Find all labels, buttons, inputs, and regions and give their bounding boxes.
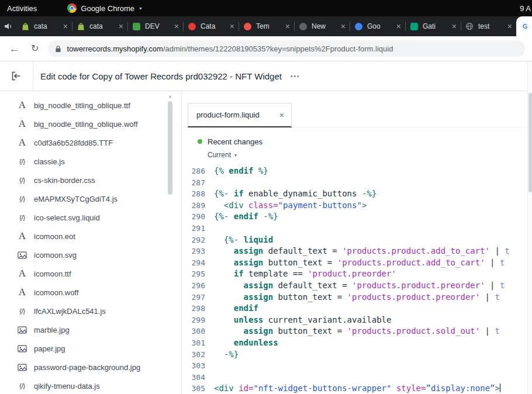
code-line[interactable]: 294 assign button_text = 'products.produ… (182, 257, 527, 269)
speaker-icon (0, 16, 16, 36)
more-actions-button[interactable]: ••• (291, 73, 300, 80)
browser-tab[interactable]: Goo× (350, 16, 405, 36)
back-button[interactable]: ← (9, 44, 19, 54)
file-item[interactable]: {/}eMAPMXSyTCgGdiT4.js (0, 189, 181, 208)
file-item[interactable]: {/}classie.js (0, 152, 181, 171)
page-title: Edit code for Copy of Tower Records prd0… (40, 71, 282, 81)
code-line[interactable]: 291 (182, 223, 527, 234)
tab-title: cata (89, 22, 117, 30)
browser-tab[interactable]: DEV× (127, 16, 183, 36)
tab-close-icon[interactable]: × (341, 22, 346, 30)
file-item[interactable]: password-page-background.jpg (0, 358, 181, 376)
code-line[interactable]: 300 assign button_text = 'products.produ… (182, 326, 527, 337)
code-line[interactable]: 288{%- if enable_dynamic_buttons -%} (182, 188, 527, 200)
file-item[interactable]: {/}cs-skin-border.css (0, 171, 181, 189)
file-item[interactable]: {/}ico-select.svg.liquid (0, 208, 181, 227)
browser-tab[interactable]: Tem× (239, 16, 294, 36)
exit-editor-button[interactable] (0, 61, 33, 91)
page-scrollbar-thumb[interactable] (528, 93, 532, 192)
file-item[interactable]: paper.jpg (0, 339, 181, 358)
file-item[interactable]: marble.jpg (0, 320, 181, 339)
line-number: 289 (182, 200, 205, 212)
globe-icon (465, 22, 474, 31)
code-line[interactable]: 305<div id="nft-widget-buttons-wrapper" … (182, 383, 527, 394)
line-number: 297 (182, 292, 205, 303)
code-line[interactable]: 295 if template == 'product.preorder' (182, 268, 527, 280)
code-line[interactable]: 293 assign default_text = 'products.prod… (182, 246, 527, 257)
browser-tab[interactable]: Cata× (183, 16, 239, 36)
page-scrollbar[interactable] (527, 61, 532, 394)
tab-close-icon[interactable]: × (119, 22, 123, 30)
tab-close-icon[interactable]: × (230, 22, 234, 30)
font-icon: A (16, 118, 28, 130)
code-line[interactable]: 299 unless current_variant.available (182, 314, 527, 326)
tab-close-icon[interactable]: × (396, 22, 401, 30)
code-line[interactable]: 298 endif (182, 303, 527, 314)
code-line[interactable]: 297 assign button_text = 'products.produ… (182, 292, 527, 303)
editor-file-tab[interactable]: product-form.liquid × (188, 103, 292, 127)
code-line[interactable]: 286{% endif %} (182, 165, 527, 177)
file-name: qikify-tmenu-data.js (34, 382, 100, 390)
tab-close-icon[interactable]: × (174, 22, 179, 30)
app-menu[interactable]: Google Chrome ▼ (67, 4, 143, 13)
browser-tab[interactable]: G (516, 16, 532, 36)
version-dropdown[interactable]: Current ▾ (208, 151, 527, 159)
dark-circle-icon (298, 22, 308, 31)
file-item[interactable]: icomoon.svg (0, 246, 181, 264)
reload-button[interactable]: ↻ (31, 44, 39, 53)
file-item[interactable]: Aicomoon.eot (0, 227, 181, 246)
code-text: <div class="payment-buttons"> (205, 200, 367, 212)
code-line[interactable]: 302 -%} (182, 349, 527, 361)
line-number: 305 (182, 383, 205, 394)
recent-changes-row: Recent changes (198, 136, 527, 147)
file-item[interactable]: Abig_noodle_titling_oblique.woff (0, 115, 181, 133)
scrollbar-thumb[interactable] (168, 101, 172, 195)
tab-close-icon[interactable]: × (63, 22, 68, 30)
file-name: icomoon.ttf (34, 269, 71, 278)
recent-changes-label: Recent changes (208, 137, 262, 146)
tab-close-icon[interactable]: × (507, 22, 512, 30)
file-item[interactable]: Abig_noodle_titling_oblique.ttf (0, 96, 181, 115)
browser-tab[interactable]: cata× (16, 16, 72, 36)
browser-tab[interactable]: New× (294, 16, 350, 36)
code-line[interactable]: 296 assign default_text = 'products.prod… (182, 280, 527, 292)
code-line[interactable]: 304 (182, 372, 527, 383)
browser-tab[interactable]: Gati× (405, 16, 461, 36)
code-line[interactable]: 287 (182, 177, 527, 189)
tab-close-icon[interactable]: × (285, 22, 290, 30)
file-name: marble.jpg (34, 326, 70, 334)
browser-tab[interactable]: cata× (72, 16, 127, 36)
file-name: icomoon.woff (34, 288, 78, 297)
activities-button[interactable]: Activities (7, 4, 37, 13)
chrome-icon (67, 4, 77, 13)
file-item[interactable]: {/}lfcAXLwjkDALc541.js (0, 302, 181, 320)
browser-tab[interactable]: test× (461, 16, 516, 36)
lock-icon[interactable] (55, 45, 61, 53)
tab-close-icon[interactable]: × (452, 22, 457, 30)
browser-tab-strip: cata×cata×DEV×Cata×Tem×New×Goo×Gati×test… (0, 16, 532, 36)
code-line[interactable]: 292 {%- liquid (182, 234, 527, 246)
code-icon: {/} (16, 382, 28, 389)
file-item[interactable]: {/}qikify-tmenu-data.js (0, 376, 181, 394)
url-bar[interactable]: towerrecords.myshopify.com/admin/themes/… (48, 40, 525, 57)
tab-title: cata (34, 22, 61, 30)
code-line[interactable]: 290{%- endif -%} (182, 211, 527, 223)
close-tab-icon[interactable]: × (279, 111, 284, 119)
app-menu-label: Google Chrome (81, 4, 134, 13)
file-item[interactable]: Ac0df3a6b528fdd85.TTF (0, 133, 181, 152)
code-text: unless current_variant.available (205, 314, 391, 326)
code-line[interactable]: 301 endunless (182, 337, 527, 349)
line-number: 287 (182, 177, 205, 189)
file-item[interactable]: Aicomoon.ttf (0, 264, 181, 283)
file-item[interactable]: Aicomoon.woff (0, 283, 181, 302)
code-line[interactable]: 289 <div class="payment-buttons"> (182, 200, 527, 212)
recent-changes-panel: Recent changes Current ▾ (182, 127, 527, 159)
code-icon: {/} (16, 195, 28, 202)
code-text: -%} (205, 349, 239, 361)
file-sidebar: Abig_noodle_titling_oblique.ttfAbig_nood… (0, 91, 181, 394)
tab-title: New (312, 22, 339, 30)
code-line[interactable]: 303 (182, 360, 527, 372)
font-icon: A (16, 230, 28, 242)
sidebar-scrollbar[interactable]: ▲ (166, 91, 174, 394)
scroll-up-icon[interactable]: ▲ (166, 91, 174, 98)
